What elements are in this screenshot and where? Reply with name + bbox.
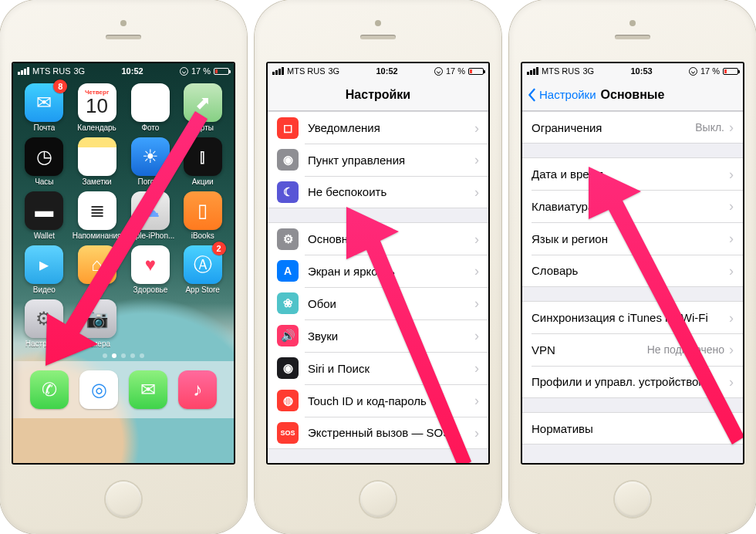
chevron-right-icon: › bbox=[729, 199, 734, 213]
app-icon: ☀ bbox=[131, 137, 170, 176]
battery-icon bbox=[468, 68, 484, 75]
dock: ✆◎✉♪ bbox=[13, 361, 234, 418]
app-app store[interactable]: Ⓐ2App Store bbox=[179, 245, 226, 298]
dock-app-music[interactable]: ♪ bbox=[178, 370, 217, 409]
nav-header: Настройки bbox=[268, 79, 488, 111]
settings-row[interactable]: ОграниченияВыкл.› bbox=[522, 111, 743, 144]
status-time: 10:52 bbox=[339, 66, 434, 76]
settings-row[interactable]: Словарь› bbox=[522, 255, 743, 287]
chevron-right-icon: › bbox=[474, 264, 479, 278]
app-icon: Четверг10 bbox=[78, 83, 116, 122]
app-icon: ⫿ bbox=[184, 137, 222, 176]
app-label: Дом bbox=[89, 286, 104, 294]
app-label: Здоровье bbox=[133, 286, 168, 294]
network-label: 3G bbox=[74, 66, 86, 76]
app-фото[interactable]: ❀Фото bbox=[127, 83, 175, 136]
app-заметки[interactable]: Заметки bbox=[73, 137, 122, 190]
row-label: Основные bbox=[308, 232, 474, 245]
settings-row[interactable]: SOSЭкстренный вызов — SOS› bbox=[268, 417, 488, 449]
chevron-right-icon: › bbox=[729, 264, 734, 278]
app-ibooks[interactable]: ▯iBooks bbox=[179, 191, 226, 244]
settings-row[interactable]: AЭкран и яркость› bbox=[268, 255, 488, 287]
app-icon: ❀ bbox=[131, 83, 170, 122]
settings-row[interactable]: Профили и управл. устройством› bbox=[522, 366, 743, 398]
battery-icon bbox=[214, 68, 229, 75]
app-здоровье[interactable]: ♥Здоровье bbox=[127, 245, 175, 298]
app-apple-iphon...[interactable]: ☁Apple-iPhon... bbox=[127, 191, 175, 244]
app-icon: ◷ bbox=[25, 137, 63, 176]
page-indicator[interactable] bbox=[13, 352, 234, 361]
status-bar: MTS RUS 3G 10:53 17 % bbox=[522, 63, 743, 79]
chevron-right-icon: › bbox=[474, 296, 479, 310]
row-value: Выкл. bbox=[695, 121, 724, 134]
settings-row[interactable]: 🔊Звуки› bbox=[268, 319, 488, 352]
chevron-right-icon: › bbox=[474, 185, 479, 199]
settings-row[interactable]: Синхронизация с iTunes по Wi-Fi› bbox=[522, 301, 743, 333]
settings-row[interactable]: ◉Siri и Поиск› bbox=[268, 352, 488, 384]
nav-back-button[interactable]: Настройки bbox=[527, 79, 596, 110]
chevron-right-icon: › bbox=[474, 394, 479, 407]
app-label: Заметки bbox=[82, 177, 111, 186]
app-icon bbox=[78, 137, 116, 176]
home-button[interactable] bbox=[615, 482, 650, 517]
settings-row[interactable]: ⚙Основные› bbox=[268, 222, 488, 255]
chevron-right-icon: › bbox=[729, 167, 734, 181]
row-label: Язык и регион bbox=[532, 232, 729, 245]
settings-row[interactable]: ☾Не беспокоить› bbox=[268, 176, 488, 208]
chevron-right-icon: › bbox=[729, 343, 734, 357]
settings-row[interactable]: ◉Пункт управления› bbox=[268, 144, 488, 176]
home-button[interactable] bbox=[360, 482, 396, 517]
settings-row[interactable]: ❀Обои› bbox=[268, 287, 488, 319]
settings-row[interactable]: Язык и регион› bbox=[522, 222, 743, 255]
app-настройки[interactable]: ⚙Настройки bbox=[21, 299, 68, 352]
app-label: Часы bbox=[35, 177, 53, 186]
settings-list[interactable]: ◻Уведомления›◉Пункт управления›☾Не беспо… bbox=[268, 111, 488, 463]
carrier-label: MTS RUS bbox=[287, 66, 326, 76]
app-карты[interactable]: ⬈Карты bbox=[179, 83, 226, 136]
general-list[interactable]: ОграниченияВыкл.› Дата и время›Клавиатур… bbox=[522, 111, 743, 463]
app-icon: ▸ bbox=[25, 245, 63, 284]
app-дом[interactable]: ⌂Дом bbox=[73, 245, 122, 298]
app-акции[interactable]: ⫿Акции bbox=[179, 137, 226, 190]
app-label: Почта bbox=[33, 123, 55, 132]
row-icon: ◻ bbox=[277, 117, 299, 139]
app-напоминания[interactable]: ≣Напоминания bbox=[73, 191, 122, 244]
app-label: Фото bbox=[141, 123, 159, 132]
settings-row[interactable]: VPNНе подключено› bbox=[522, 333, 743, 366]
home-button[interactable] bbox=[106, 482, 141, 517]
network-label: 3G bbox=[583, 66, 595, 76]
app-wallet[interactable]: ▬Wallet bbox=[21, 191, 68, 244]
dock-app-safari[interactable]: ◎ bbox=[79, 370, 118, 409]
row-icon: ◉ bbox=[277, 357, 299, 379]
app-погода[interactable]: ☀Погода bbox=[127, 137, 175, 190]
app-icon: Ⓐ2 bbox=[184, 245, 222, 284]
row-label: VPN bbox=[532, 343, 647, 357]
app-камера[interactable]: 📷Камера bbox=[73, 299, 122, 352]
sync-icon bbox=[180, 67, 188, 76]
row-icon: ☾ bbox=[277, 181, 299, 203]
app-label: iBooks bbox=[191, 232, 214, 240]
phone-camera-dot bbox=[375, 20, 381, 26]
page-title: Основные bbox=[601, 88, 665, 102]
settings-row[interactable]: ◻Уведомления› bbox=[268, 111, 488, 144]
settings-row[interactable]: Дата и время› bbox=[522, 157, 743, 190]
settings-row[interactable]: ◍Touch ID и код-пароль› bbox=[268, 384, 488, 417]
app-часы[interactable]: ◷Часы bbox=[21, 137, 68, 190]
app-label: Карты bbox=[191, 123, 214, 132]
app-label: Видео bbox=[33, 286, 56, 294]
settings-row[interactable]: Клавиатура› bbox=[522, 190, 743, 222]
dock-app-messages[interactable]: ✉ bbox=[129, 370, 167, 409]
app-почта[interactable]: ✉8Почта bbox=[21, 83, 68, 136]
settings-row[interactable]: Нормативы› bbox=[522, 412, 743, 444]
row-icon: A bbox=[277, 260, 299, 282]
app-календарь[interactable]: Четверг10Календарь bbox=[73, 83, 122, 136]
dock-app-phone[interactable]: ✆ bbox=[30, 370, 69, 409]
chevron-right-icon: › bbox=[729, 120, 734, 134]
nav-back-label: Настройки bbox=[539, 88, 596, 101]
chevron-right-icon: › bbox=[474, 361, 479, 375]
app-видео[interactable]: ▸Видео bbox=[21, 245, 68, 298]
app-icon: ▬ bbox=[25, 191, 63, 230]
row-label: Словарь bbox=[532, 264, 729, 277]
phone-speaker bbox=[106, 35, 141, 39]
carrier-label: MTS RUS bbox=[32, 66, 71, 76]
